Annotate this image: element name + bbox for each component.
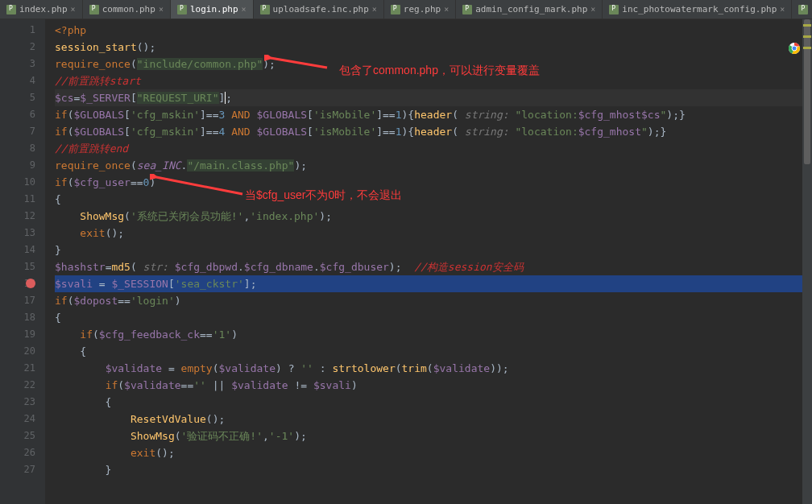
line-number: 2 <box>0 39 35 56</box>
line-number: 19 <box>0 326 35 343</box>
line-number: 17 <box>0 292 35 309</box>
line-number: 6 <box>0 106 35 123</box>
close-icon[interactable]: × <box>780 5 785 14</box>
tab-admin-config[interactable]: admin_config_mark.php× <box>456 0 603 19</box>
line-number: 4 <box>0 72 35 89</box>
tab-member[interactable]: member.php× <box>792 0 812 19</box>
close-icon[interactable]: × <box>590 5 595 14</box>
code-content[interactable]: <?php session_start(); require_once("inc… <box>45 19 812 504</box>
warning-marker[interactable] <box>803 35 811 38</box>
tab-uploadsafe[interactable]: uploadsafe.inc.php× <box>254 0 384 19</box>
line-number: 3 <box>0 56 35 72</box>
line-number: 22 <box>0 377 35 394</box>
line-number: 8 <box>0 140 35 157</box>
line-number: 13 <box>0 225 35 242</box>
tab-common[interactable]: common.php× <box>83 0 171 19</box>
line-number: 7 <box>0 123 35 140</box>
line-number: 14 <box>0 242 35 258</box>
line-number: 15 <box>0 258 35 275</box>
svg-point-6 <box>792 46 797 51</box>
php-file-icon <box>89 5 99 14</box>
editor-tabs: index.php× common.php× login.php× upload… <box>0 0 812 19</box>
line-number: 18 <box>0 309 35 326</box>
php-file-icon <box>260 5 270 14</box>
line-number: 1 <box>0 22 35 39</box>
close-icon[interactable]: × <box>159 5 164 14</box>
scrollbar-thumb[interactable] <box>804 19 810 164</box>
tab-photowatermark[interactable]: inc_photowatermark_config.php× <box>603 0 792 19</box>
vertical-scrollbar[interactable] <box>802 19 812 504</box>
line-number: 11 <box>0 191 35 208</box>
line-gutter[interactable]: 1 2 3 4 5 6 7 8 9 10 11 12 13 14 15 16 1… <box>0 19 45 504</box>
line-number: 12 <box>0 208 35 225</box>
tab-index[interactable]: index.php× <box>0 0 83 19</box>
close-icon[interactable]: × <box>71 5 76 14</box>
chrome-browser-icon[interactable] <box>788 42 801 55</box>
line-number: 27 <box>0 461 35 478</box>
tab-login[interactable]: login.php× <box>171 0 254 19</box>
php-file-icon <box>462 5 472 14</box>
close-icon[interactable]: × <box>242 5 246 14</box>
line-number: 26 <box>0 444 35 461</box>
php-file-icon <box>6 5 16 14</box>
line-number: 9 <box>0 157 35 174</box>
php-file-icon <box>609 5 619 14</box>
warning-marker[interactable] <box>803 47 811 49</box>
line-number: 10 <box>0 174 35 191</box>
line-number: 23 <box>0 394 35 411</box>
php-file-icon <box>391 5 400 14</box>
line-number: 25 <box>0 428 35 444</box>
close-icon[interactable]: × <box>444 5 449 14</box>
tab-reg[interactable]: reg.php× <box>384 0 456 19</box>
line-number: 24 <box>0 411 35 428</box>
line-number: 21 <box>0 360 35 377</box>
line-number: 5 <box>0 89 35 106</box>
editor-area: 1 2 3 4 5 6 7 8 9 10 11 12 13 14 15 16 1… <box>0 19 812 504</box>
warning-marker[interactable] <box>803 24 811 27</box>
php-file-icon <box>798 5 808 14</box>
line-number: 20 <box>0 343 35 360</box>
close-icon[interactable]: × <box>372 5 377 14</box>
breakpoint-marker[interactable] <box>26 279 35 288</box>
php-file-icon <box>177 5 187 14</box>
